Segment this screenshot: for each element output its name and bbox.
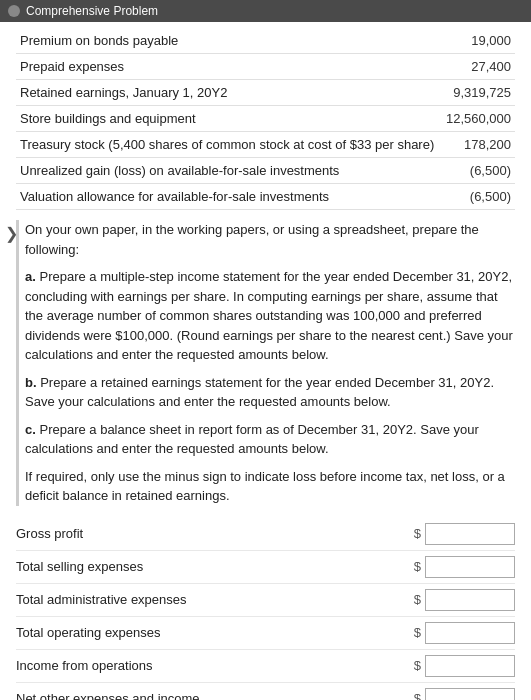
title-bar-icon	[8, 5, 20, 17]
currency-symbol: $	[414, 625, 421, 640]
table-cell-label: Valuation allowance for available-for-sa…	[16, 184, 441, 210]
instruction-note: If required, only use the minus sign to …	[25, 467, 515, 506]
table-cell-label: Prepaid expenses	[16, 54, 441, 80]
table-cell-value: (6,500)	[441, 158, 515, 184]
form-input-gross-profit[interactable]	[425, 523, 515, 545]
form-row-label: Net other expenses and income	[16, 691, 414, 700]
form-section: Gross profit$Total selling expenses$Tota…	[16, 518, 515, 701]
form-row-label: Total operating expenses	[16, 625, 414, 640]
table-row: Retained earnings, January 1, 20Y29,319,…	[16, 80, 515, 106]
currency-symbol: $	[414, 658, 421, 673]
instruction-part-a: a. Prepare a multiple-step income statem…	[25, 267, 515, 365]
currency-symbol: $	[414, 592, 421, 607]
form-input-income-from-operations[interactable]	[425, 655, 515, 677]
table-row: Store buildings and equipment12,560,000	[16, 106, 515, 132]
currency-symbol: $	[414, 559, 421, 574]
title-bar: Comprehensive Problem	[0, 0, 531, 22]
table-cell-label: Premium on bonds payable	[16, 28, 441, 54]
form-input-total-administrative-expenses[interactable]	[425, 589, 515, 611]
table-cell-value: 27,400	[441, 54, 515, 80]
form-row: Net other expenses and income$	[16, 683, 515, 701]
currency-symbol: $	[414, 526, 421, 541]
table-cell-label: Treasury stock (5,400 shares of common s…	[16, 132, 441, 158]
table-cell-value: 178,200	[441, 132, 515, 158]
table-cell-value: (6,500)	[441, 184, 515, 210]
instruction-part-c: c. Prepare a balance sheet in report for…	[25, 420, 515, 459]
table-cell-value: 19,000	[441, 28, 515, 54]
table-cell-label: Store buildings and equipment	[16, 106, 441, 132]
title-bar-label: Comprehensive Problem	[26, 4, 158, 18]
form-row-label: Income from operations	[16, 658, 414, 673]
table-row: Unrealized gain (loss) on available-for-…	[16, 158, 515, 184]
form-row: Total selling expenses$	[16, 551, 515, 584]
table-cell-label: Retained earnings, January 1, 20Y2	[16, 80, 441, 106]
form-row: Total operating expenses$	[16, 617, 515, 650]
arrow-icon: ❯	[5, 222, 18, 246]
data-table: Premium on bonds payable19,000Prepaid ex…	[16, 28, 515, 210]
instruction-part-b: b. Prepare a retained earnings statement…	[25, 373, 515, 412]
form-input-total-selling-expenses[interactable]	[425, 556, 515, 578]
instruction-intro: On your own paper, in the working papers…	[25, 220, 515, 259]
form-row-label: Gross profit	[16, 526, 414, 541]
currency-symbol: $	[414, 691, 421, 700]
table-row: Prepaid expenses27,400	[16, 54, 515, 80]
form-row: Gross profit$	[16, 518, 515, 551]
table-cell-label: Unrealized gain (loss) on available-for-…	[16, 158, 441, 184]
form-row: Total administrative expenses$	[16, 584, 515, 617]
form-row-input-wrap: $	[414, 556, 515, 578]
form-row: Income from operations$	[16, 650, 515, 683]
form-row-label: Total selling expenses	[16, 559, 414, 574]
form-row-label: Total administrative expenses	[16, 592, 414, 607]
form-row-input-wrap: $	[414, 523, 515, 545]
instruction-block: ❯ On your own paper, in the working pape…	[16, 220, 515, 506]
table-row: Treasury stock (5,400 shares of common s…	[16, 132, 515, 158]
form-row-input-wrap: $	[414, 622, 515, 644]
form-input-net-other-expenses-and-income[interactable]	[425, 688, 515, 701]
table-row: Premium on bonds payable19,000	[16, 28, 515, 54]
form-input-total-operating-expenses[interactable]	[425, 622, 515, 644]
table-cell-value: 9,319,725	[441, 80, 515, 106]
table-row: Valuation allowance for available-for-sa…	[16, 184, 515, 210]
form-row-input-wrap: $	[414, 589, 515, 611]
table-cell-value: 12,560,000	[441, 106, 515, 132]
form-row-input-wrap: $	[414, 688, 515, 701]
form-row-input-wrap: $	[414, 655, 515, 677]
